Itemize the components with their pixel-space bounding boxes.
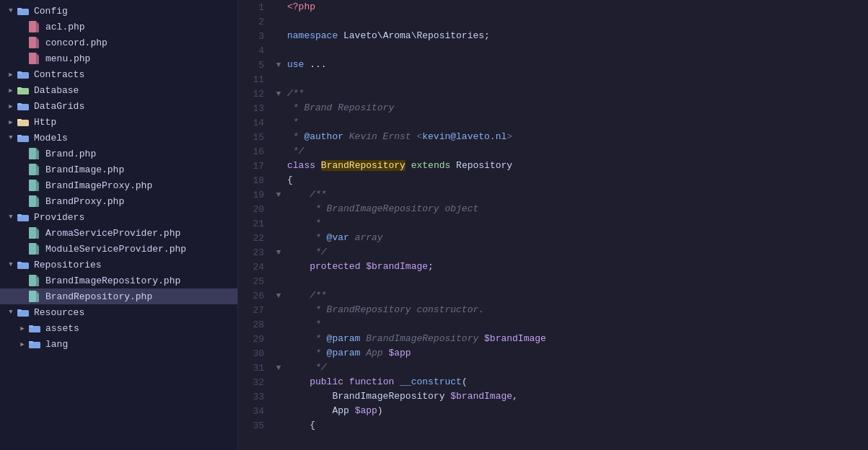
tree-item-label: acl.php [45,22,85,32]
tree-item-label: Resources [34,307,84,318]
tree-item-label: concord.php [45,38,108,48]
code-content: */ [284,144,304,159]
fold-indicator[interactable]: ▼ [273,248,284,257]
sidebar-item-acl-php[interactable]: acl.php [0,19,237,35]
svg-rect-15 [17,119,22,121]
tree-item-label: BrandImageProxy.php [45,180,152,191]
code-content: protected $brandImage; [284,260,434,274]
sidebar-item-brandimagerepository-php[interactable]: BrandImageRepository.php [0,273,237,288]
tree-item-label: BrandProxy.php [45,196,124,207]
code-content: class BrandRepository extends Repository [284,159,512,173]
folder-icon [17,70,30,79]
sidebar-item-datagrids-folder[interactable]: ▶ DataGrids [0,98,237,114]
folder-icon [17,308,30,317]
file-icon [29,227,42,239]
sidebar-item-brandproxy-php[interactable]: BrandProxy.php [0,193,237,209]
tree-item-label: BrandImageRepository.php [45,275,180,286]
sidebar-item-brand-php[interactable]: Brand.php [0,146,237,162]
svg-rect-30 [29,243,36,255]
tree-arrow: ▶ [6,118,16,126]
code-line: 13 * Brand Repository [238,101,868,115]
svg-rect-20 [29,164,36,175]
sidebar-item-resources-folder[interactable]: ▼ Resources [0,304,237,320]
svg-rect-18 [29,148,36,159]
sidebar-item-models-folder[interactable]: ▼ Models [0,130,237,146]
sidebar-item-brandimageproxy-php[interactable]: BrandImageProxy.php [0,177,237,193]
tree-item-label: assets [45,323,79,334]
fold-indicator[interactable]: ▼ [273,363,284,372]
fold-indicator[interactable]: ▼ [273,190,284,199]
code-content: */ [284,361,327,375]
svg-rect-6 [29,53,36,64]
sidebar-item-brandrepository-php[interactable]: BrandRepository.php [0,288,237,304]
fold-indicator[interactable]: ▼ [273,291,284,300]
svg-rect-2 [29,21,36,32]
line-number: 31 [238,363,273,374]
code-line: 25 [238,274,868,288]
code-line: 12▼/** [238,87,868,101]
sidebar-item-providers-folder[interactable]: ▼ Providers [0,209,237,225]
file-tree[interactable]: ▼ Config acl.php concord.php menu.php▶ C… [0,0,238,450]
fold-indicator[interactable]: ▼ [273,89,284,98]
sidebar-item-lang-folder[interactable]: ▶ lang [0,336,237,352]
code-content: App $app) [284,404,383,418]
tree-arrow: ▶ [6,102,16,110]
fold-indicator[interactable]: ▼ [273,61,284,69]
tree-item-label: BrandRepository.php [45,291,152,302]
code-content: * @var array [284,231,383,245]
code-line: 22 * @var array [238,231,868,245]
sidebar-item-http-folder[interactable]: ▶ Http [0,114,237,130]
file-icon [29,195,42,207]
folder-icon [17,102,30,110]
sidebar-item-contracts-folder[interactable]: ▶ Contracts [0,66,237,82]
sidebar-item-concord-php[interactable]: concord.php [0,35,237,50]
folder-icon [17,133,30,142]
svg-rect-9 [17,71,22,74]
line-number: 11 [238,74,273,85]
folder-icon [17,86,30,94]
line-number: 32 [238,377,273,388]
tree-item-label: Database [34,85,79,96]
tree-arrow: ▼ [6,213,16,221]
svg-rect-33 [17,262,22,264]
svg-rect-21 [36,167,39,175]
sidebar-item-database-folder[interactable]: ▶ Database [0,82,237,98]
svg-rect-28 [29,227,36,239]
svg-rect-23 [36,182,39,191]
svg-rect-37 [36,294,39,302]
tree-item-label: Repositories [34,260,102,270]
tree-item-label: Http [34,117,56,128]
code-line: 2 [238,14,868,29]
file-icon [29,37,42,48]
line-number: 19 [238,190,273,200]
code-line: 27 * BrandRepository constructor. [238,303,868,317]
code-content: { [284,173,293,188]
code-editor: 1<?php23namespace Laveto\Aroma\Repositor… [238,0,868,450]
tree-item-label: menu.php [45,53,90,64]
code-line: 4 [238,43,868,58]
svg-rect-31 [36,246,39,255]
svg-rect-22 [29,180,36,191]
sidebar-item-assets-folder[interactable]: ▶ assets [0,320,237,336]
sidebar-item-menu-php[interactable]: menu.php [0,50,237,66]
tree-item-label: Models [34,133,68,144]
code-line: 16 */ [238,144,868,159]
line-number: 33 [238,392,273,402]
svg-rect-43 [29,341,33,343]
sidebar-item-repositories-folder[interactable]: ▼ Repositories [0,257,237,273]
svg-rect-39 [17,309,22,312]
code-line: 26▼ /** [238,288,868,303]
code-content: { [284,418,315,433]
line-number: 25 [238,276,273,287]
sidebar-item-brandimage-php[interactable]: BrandImage.php [0,162,237,177]
sidebar-item-moduleserviceprovider-php[interactable]: ModuleServiceProvider.php [0,241,237,257]
sidebar-item-config-folder[interactable]: ▼ Config [0,3,237,19]
tree-item-label: DataGrids [34,101,84,112]
code-line: 32 public function __construct( [238,375,868,389]
line-number: 26 [238,291,273,301]
code-content: namespace Laveto\Aroma\Repositories; [284,29,490,43]
code-content: use ... [284,58,327,72]
svg-rect-17 [17,135,22,137]
sidebar-item-aromaserviceprovider-php[interactable]: AromaServiceProvider.php [0,225,237,241]
code-content: <?php [284,0,315,14]
